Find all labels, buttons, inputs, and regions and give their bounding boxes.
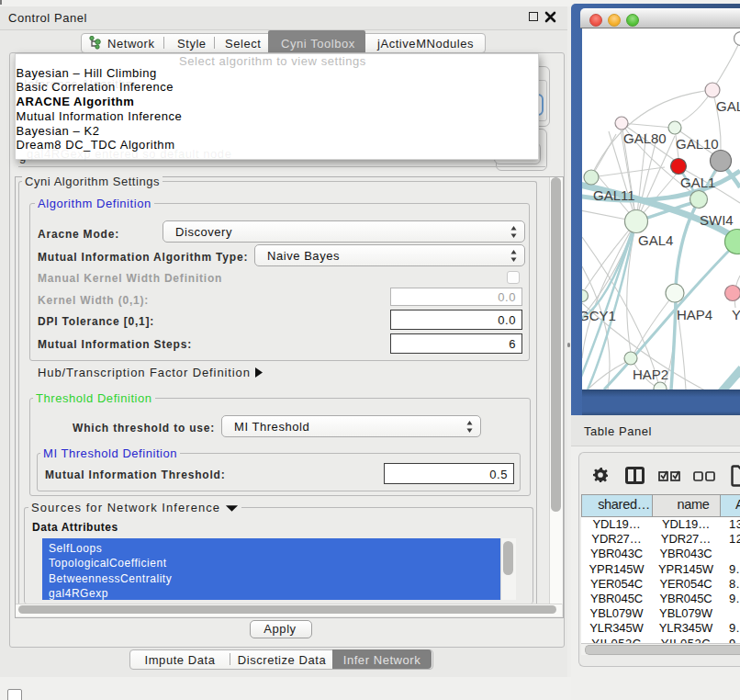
svg-text:GAL11: GAL11 <box>593 187 635 203</box>
svg-text:HAP4: HAP4 <box>677 307 712 322</box>
svg-text:GCY1: GCY1 <box>582 308 616 323</box>
svg-text:GAL10: GAL10 <box>676 136 719 152</box>
svg-text:GAL: GAL <box>716 98 740 114</box>
svg-text:SWI4: SWI4 <box>700 212 734 228</box>
svg-text:HAP2: HAP2 <box>633 367 668 382</box>
svg-text:GAL1: GAL1 <box>680 175 715 190</box>
svg-text:GAL4: GAL4 <box>638 232 673 248</box>
svg-text:Y: Y <box>732 307 740 322</box>
svg-text:GAL80: GAL80 <box>623 130 667 146</box>
